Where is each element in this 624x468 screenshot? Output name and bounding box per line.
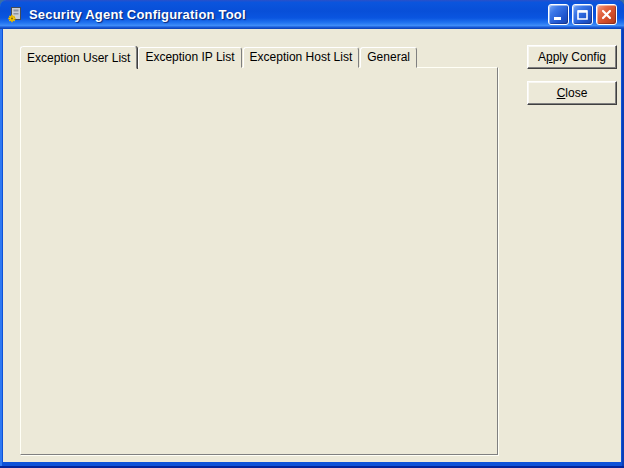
tab-exception-ip-list[interactable]: Exception IP List — [138, 47, 241, 68]
tab-strip: Exception User List Exception IP List Ex… — [20, 45, 418, 68]
tab-exception-host-list[interactable]: Exception Host List — [243, 47, 360, 68]
minimize-icon — [551, 7, 566, 22]
exception-user-list-page — [20, 67, 498, 455]
security-agent-app-icon — [7, 6, 24, 23]
dialog-client-area: Exception User List Exception IP List Ex… — [3, 29, 621, 462]
gear-icon — [8, 15, 15, 22]
close-icon — [599, 7, 614, 22]
maximize-button[interactable] — [572, 4, 593, 25]
minimize-button[interactable] — [548, 4, 569, 25]
close-button[interactable] — [596, 4, 617, 25]
security-agent-config-window: Security Agent Configuration Tool Except… — [0, 0, 624, 468]
window-title: Security Agent Configuration Tool — [29, 7, 246, 22]
apply-config-button[interactable]: Apply Config — [527, 45, 617, 69]
close-dialog-button[interactable]: Close — [527, 81, 617, 105]
maximize-icon — [575, 7, 590, 22]
titlebar[interactable]: Security Agent Configuration Tool — [0, 0, 624, 29]
tab-exception-user-list[interactable]: Exception User List — [20, 46, 137, 69]
tab-general[interactable]: General — [360, 47, 417, 68]
